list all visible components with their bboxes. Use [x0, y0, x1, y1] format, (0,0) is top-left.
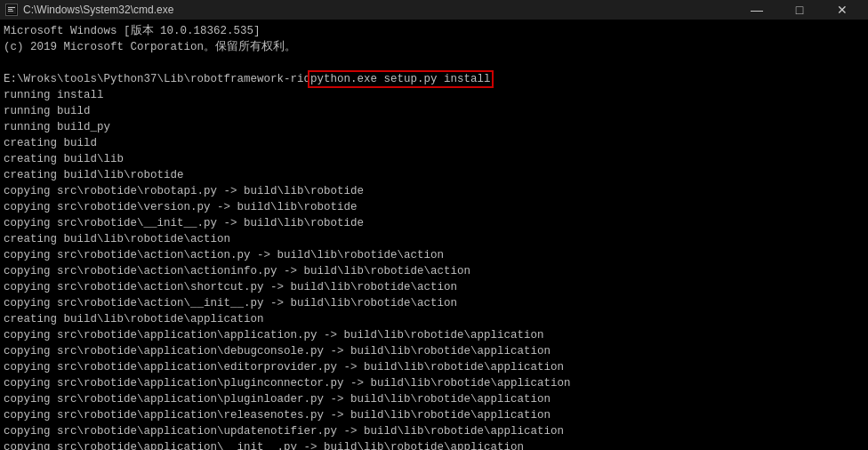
maximize-button[interactable]: □ — [779, 0, 820, 20]
console-line: creating build\lib\robotide\application — [4, 311, 864, 327]
console-line: creating build\lib\robotide\action — [4, 231, 864, 247]
console-line: copying src\robotide\action\action.py ->… — [4, 247, 864, 263]
console-line: copying src\robotide\application\applica… — [4, 327, 864, 343]
window-controls: — □ ✕ — [736, 0, 863, 20]
console-line: running build_py — [4, 119, 864, 135]
console-line: copying src\robotide\application\release… — [4, 407, 864, 423]
console-line: copying src\robotide\version.py -> build… — [4, 199, 864, 215]
console-line: E:\Wroks\tools\Python37\Lib\robotframewo… — [4, 71, 864, 87]
console-output: Microsoft Windows [版本 10.0.18362.535](c)… — [0, 20, 868, 450]
console-line: copying src\robotide\robotapi.py -> buil… — [4, 183, 864, 199]
console-line: running install — [4, 87, 864, 103]
console-line: creating build\lib\robotide — [4, 167, 864, 183]
svg-rect-1 — [8, 7, 15, 8]
console-line: copying src\robotide\application\debugco… — [4, 343, 864, 359]
console-line: copying src\robotide\application\updaten… — [4, 423, 864, 439]
console-line: (c) 2019 Microsoft Corporation。保留所有权利。 — [4, 39, 864, 55]
console-line: copying src\robotide\action\actioninfo.p… — [4, 263, 864, 279]
console-line: running build — [4, 103, 864, 119]
console-line: copying src\robotide\application\__init_… — [4, 439, 864, 450]
console-line: copying src\robotide\action\__init__.py … — [4, 295, 864, 311]
console-line: copying src\robotide\__init__.py -> buil… — [4, 215, 864, 231]
title-bar-left: C:\Windows\System32\cmd.exe — [5, 4, 173, 16]
svg-rect-2 — [8, 9, 12, 10]
console-line: creating build\lib — [4, 151, 864, 167]
console-line — [4, 55, 864, 71]
window-title: C:\Windows\System32\cmd.exe — [23, 4, 173, 16]
close-button[interactable]: ✕ — [822, 0, 863, 20]
console-line: copying src\robotide\action\shortcut.py … — [4, 279, 864, 295]
console-line: copying src\robotide\application\editorp… — [4, 359, 864, 375]
minimize-button[interactable]: — — [736, 0, 777, 20]
title-bar: C:\Windows\System32\cmd.exe — □ ✕ — [0, 0, 868, 20]
console-line: Microsoft Windows [版本 10.0.18362.535] — [4, 23, 864, 39]
cmd-icon — [5, 4, 18, 16]
console-line: copying src\robotide\application\pluginc… — [4, 375, 864, 391]
console-line: creating build — [4, 135, 864, 151]
console-line: copying src\robotide\application\pluginl… — [4, 391, 864, 407]
svg-rect-3 — [8, 11, 13, 12]
highlighted-command: python.exe setup.py install — [310, 73, 491, 85]
